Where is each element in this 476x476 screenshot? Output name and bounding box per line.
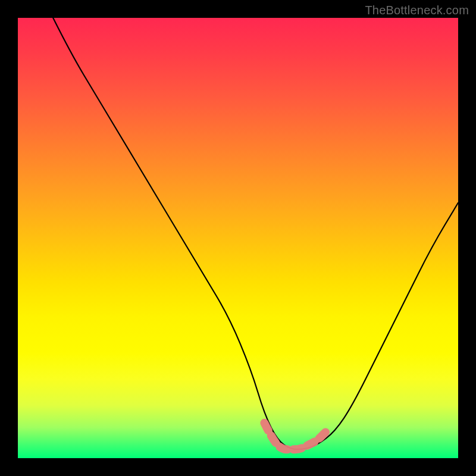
watermark-text: TheBottleneck.com [365,4,469,17]
optimal-zone-marker [264,423,326,449]
bottleneck-chart: TheBottleneck.com [0,0,476,476]
bottleneck-curve [53,18,458,449]
plot-area [18,18,458,458]
curve-layer [18,18,458,458]
